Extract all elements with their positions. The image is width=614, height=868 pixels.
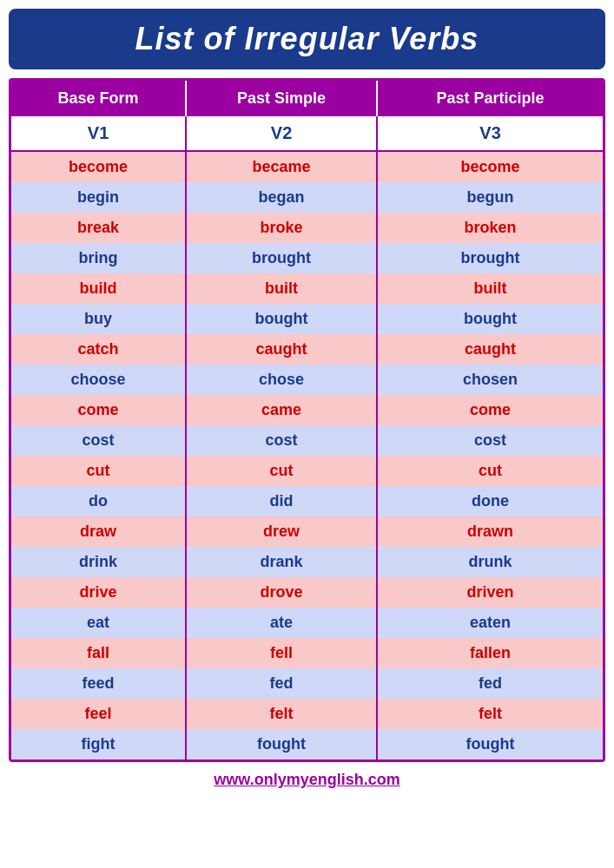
cell-r2-c2: broken	[377, 213, 603, 243]
cell-r1-c2: begun	[377, 182, 603, 213]
cell-r17-c0: feed	[11, 668, 186, 699]
cell-r4-c2: built	[377, 273, 603, 304]
cell-r9-c2: cost	[377, 425, 603, 456]
cell-r12-c0: draw	[11, 516, 186, 547]
cell-r2-c1: broke	[186, 213, 377, 243]
cell-r19-c1: fought	[186, 729, 377, 760]
cell-r6-c0: catch	[11, 334, 186, 365]
cell-r3-c0: bring	[11, 243, 186, 273]
cell-r10-c0: cut	[11, 456, 186, 486]
cell-r18-c1: felt	[186, 699, 377, 729]
table-row: buildbuiltbuilt	[11, 273, 603, 304]
subheader-row: V1 V2 V3	[11, 116, 603, 151]
cell-r4-c0: build	[11, 273, 186, 304]
title-box: List of Irregular Verbs	[9, 9, 605, 69]
table-row: costcostcost	[11, 425, 603, 456]
cell-r12-c2: drawn	[377, 516, 603, 547]
cell-r15-c2: eaten	[377, 608, 603, 638]
cell-r10-c1: cut	[186, 456, 377, 486]
footer-link[interactable]: www.onlymyenglish.com	[9, 762, 605, 794]
cell-r7-c2: chosen	[377, 365, 603, 395]
table-row: eatateeaten	[11, 608, 603, 638]
cell-r7-c1: chose	[186, 365, 377, 395]
cell-r9-c0: cost	[11, 425, 186, 456]
cell-r1-c1: began	[186, 182, 377, 213]
table-row: feedfedfed	[11, 668, 603, 699]
cell-r7-c0: choose	[11, 365, 186, 395]
cell-r14-c0: drive	[11, 577, 186, 608]
sub3-header: V3	[377, 116, 603, 151]
cell-r6-c2: caught	[377, 334, 603, 365]
cell-r0-c0: become	[11, 151, 186, 182]
table-row: fightfoughtfought	[11, 729, 603, 760]
cell-r8-c0: come	[11, 395, 186, 425]
cell-r5-c0: buy	[11, 304, 186, 334]
cell-r17-c1: fed	[186, 668, 377, 699]
verb-table: Base Form Past Simple Past Participle V1…	[11, 81, 603, 760]
table-row: beginbeganbegun	[11, 182, 603, 213]
table-row: cutcutcut	[11, 456, 603, 486]
cell-r19-c0: fight	[11, 729, 186, 760]
cell-r5-c1: bought	[186, 304, 377, 334]
cell-r8-c1: came	[186, 395, 377, 425]
page-wrapper: List of Irregular Verbs Base Form Past S…	[0, 0, 614, 803]
table-row: fallfellfallen	[11, 638, 603, 668]
cell-r5-c2: bought	[377, 304, 603, 334]
cell-r15-c1: ate	[186, 608, 377, 638]
verb-table-wrapper: Base Form Past Simple Past Participle V1…	[9, 78, 605, 762]
cell-r16-c2: fallen	[377, 638, 603, 668]
table-row: becomebecamebecome	[11, 151, 603, 182]
table-row: breakbrokebroken	[11, 213, 603, 243]
cell-r6-c1: caught	[186, 334, 377, 365]
cell-r14-c2: driven	[377, 577, 603, 608]
table-row: catchcaughtcaught	[11, 334, 603, 365]
table-row: drivedrovedriven	[11, 577, 603, 608]
cell-r15-c0: eat	[11, 608, 186, 638]
column-header-row: Base Form Past Simple Past Participle	[11, 81, 603, 116]
cell-r14-c1: drove	[186, 577, 377, 608]
cell-r8-c2: come	[377, 395, 603, 425]
sub2-header: V2	[186, 116, 377, 151]
cell-r19-c2: fought	[377, 729, 603, 760]
sub1-header: V1	[11, 116, 186, 151]
page-title: List of Irregular Verbs	[135, 21, 479, 56]
cell-r16-c0: fall	[11, 638, 186, 668]
table-row: bringbroughtbrought	[11, 243, 603, 273]
cell-r3-c2: brought	[377, 243, 603, 273]
cell-r17-c2: fed	[377, 668, 603, 699]
cell-r1-c0: begin	[11, 182, 186, 213]
cell-r2-c0: break	[11, 213, 186, 243]
cell-r4-c1: built	[186, 273, 377, 304]
table-row: choosechosechosen	[11, 365, 603, 395]
cell-r13-c0: drink	[11, 547, 186, 577]
cell-r18-c0: feel	[11, 699, 186, 729]
table-row: feelfeltfelt	[11, 699, 603, 729]
cell-r9-c1: cost	[186, 425, 377, 456]
cell-r13-c1: drank	[186, 547, 377, 577]
cell-r11-c1: did	[186, 486, 377, 516]
table-row: comecamecome	[11, 395, 603, 425]
col1-header: Base Form	[11, 81, 186, 116]
table-row: drinkdrankdrunk	[11, 547, 603, 577]
cell-r11-c2: done	[377, 486, 603, 516]
cell-r10-c2: cut	[377, 456, 603, 486]
table-row: drawdrewdrawn	[11, 516, 603, 547]
cell-r0-c2: become	[377, 151, 603, 182]
table-row: buyboughtbought	[11, 304, 603, 334]
col3-header: Past Participle	[377, 81, 603, 116]
cell-r18-c2: felt	[377, 699, 603, 729]
cell-r3-c1: brought	[186, 243, 377, 273]
cell-r13-c2: drunk	[377, 547, 603, 577]
table-row: dodiddone	[11, 486, 603, 516]
verb-tbody: becomebecamebecomebeginbeganbegunbreakbr…	[11, 151, 603, 760]
cell-r11-c0: do	[11, 486, 186, 516]
cell-r0-c1: became	[186, 151, 377, 182]
cell-r12-c1: drew	[186, 516, 377, 547]
col2-header: Past Simple	[186, 81, 377, 116]
cell-r16-c1: fell	[186, 638, 377, 668]
